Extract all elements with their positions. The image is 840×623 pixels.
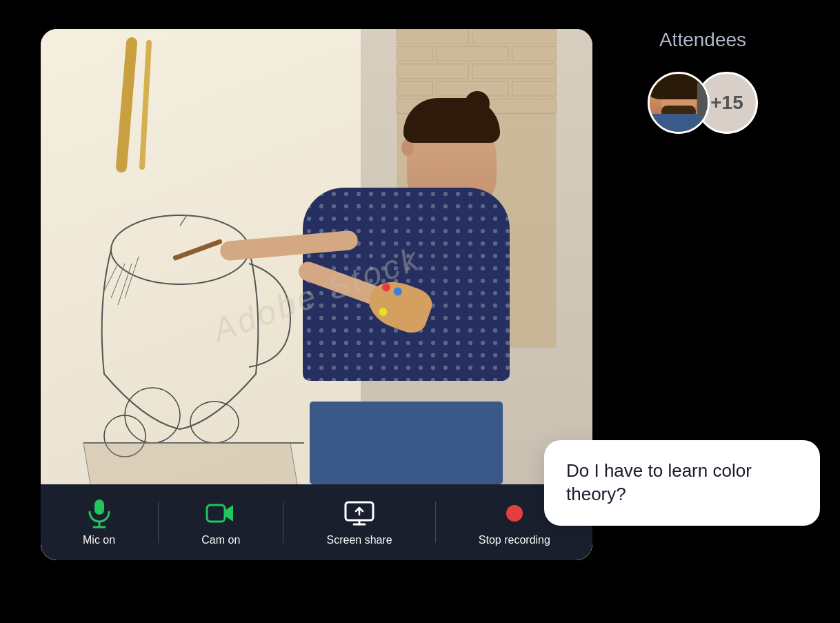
avatar-face [650,74,708,132]
svg-point-1 [125,388,180,443]
right-panel: Attendees +15 [606,29,799,161]
svg-rect-25 [94,500,104,515]
mic-label: Mic on [83,534,115,546]
avatar-count-label: +15 [710,92,743,114]
video-scene: Adobe Stock [41,29,592,560]
jeans [310,402,503,484]
screen-share-icon [344,498,374,528]
person-head [407,98,497,201]
svg-line-5 [111,264,125,298]
palette-color-blue [392,286,403,296]
control-bar: Mic on Cam on [41,484,592,560]
svg-rect-28 [207,505,225,522]
chat-bubble: Do I have to learn color theory? [544,440,820,526]
divider-3 [435,502,436,543]
hair-bun [465,91,490,116]
video-area: Adobe Stock Mic on [41,29,592,560]
record-dot [506,505,523,522]
attendees-label: Attendees [606,29,799,51]
recording-label: Stop recording [479,534,550,546]
svg-line-8 [180,215,187,226]
cam-button[interactable]: Cam on [188,491,254,553]
svg-point-2 [190,402,239,443]
attendees-avatars: +15 [606,72,799,134]
cam-label: Cam on [201,534,240,546]
palette-color-yellow [378,306,388,317]
mic-button[interactable]: Mic on [69,491,129,553]
mic-icon [84,498,114,528]
palette-color-red [381,281,391,292]
divider-1 [158,502,159,543]
screen-share-label: Screen share [327,534,392,546]
svg-line-11 [142,43,149,167]
recording-icon [499,498,530,528]
chat-message: Do I have to learn color theory? [566,459,798,506]
person-figure [289,98,579,484]
avatar-main[interactable] [648,72,710,134]
divider-2 [283,502,283,543]
svg-line-10 [121,43,132,167]
screen-share-button[interactable]: Screen share [313,491,406,553]
main-container: Adobe Stock Mic on [41,15,799,609]
cam-icon [206,498,236,528]
